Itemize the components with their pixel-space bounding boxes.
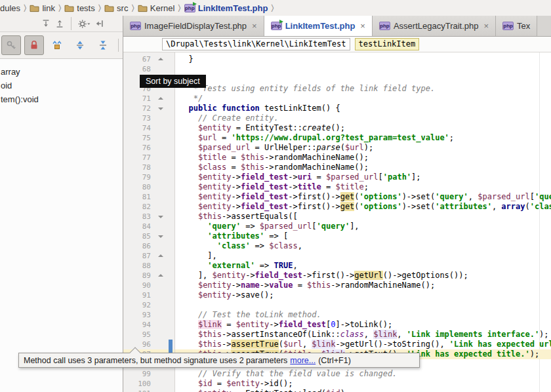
breadcrumb-method[interactable]: testLinkItem — [355, 38, 420, 50]
code-line[interactable]: 100 $id = $entity->id(); — [123, 379, 551, 389]
breadcrumb-item-link[interactable]: link — [30, 3, 55, 13]
code-text[interactable]: $this->assertInstanceOf(Link::class, $li… — [174, 330, 551, 340]
structure-item[interactable]: tem():void — [0, 92, 123, 106]
code-line[interactable]: 71 */ — [123, 94, 551, 104]
code-text[interactable]: $link = $entity->field_test[0]->toLink()… — [174, 320, 551, 330]
code-line[interactable]: 84 'query' => $parsed_url['query'], — [123, 222, 551, 231]
code-line[interactable]: 78 $class = $this->randomMachineName(); — [123, 163, 551, 172]
fold-marker-icon[interactable] — [155, 212, 167, 222]
structure-item[interactable]: oid — [0, 79, 123, 92]
code-text[interactable]: $this->assertEquals([ — [174, 212, 551, 222]
code-line[interactable]: 94 $link = $entity->field_test[0]->toLin… — [123, 320, 551, 330]
breadcrumb-item-LinkItemTest.php[interactable]: phpLinkItemTest.php — [184, 3, 268, 13]
tab-close-icon[interactable]: × — [484, 21, 489, 31]
code-text[interactable]: */ — [174, 94, 551, 104]
breadcrumb-item-src[interactable]: src — [104, 3, 128, 13]
key-icon-button[interactable] — [1, 35, 21, 55]
code-text[interactable]: public function testLinkItem() { — [174, 104, 551, 113]
code-text[interactable]: $this->assertTrue($url, $link->getUrl()-… — [174, 340, 551, 349]
code-text[interactable]: $title = $this->randomMachineName(); — [174, 153, 551, 163]
code-text[interactable]: // Create entity. — [174, 113, 551, 123]
tab-LinkItemTest.php[interactable]: phpLinkItemTest.php× — [264, 16, 373, 36]
code-text[interactable]: } — [174, 54, 551, 64]
code-text[interactable]: $entity = EntityTest::load($id); — [174, 389, 551, 392]
code-line[interactable]: 93 // Test the toLink method. — [123, 310, 551, 320]
code-line[interactable]: 99 // Verify that the field value is cha… — [123, 369, 551, 379]
fold-marker-icon[interactable] — [155, 104, 167, 113]
code-text[interactable]: $entity->name->value = $this->randomMach… — [174, 281, 551, 290]
code-text[interactable]: 'attributes' => [ — [174, 231, 551, 241]
code-line[interactable]: 88 'external' => TRUE, — [123, 261, 551, 271]
code-line[interactable]: 81 $entity->field_test->first()->get('op… — [123, 192, 551, 202]
tab-AssertLegacyTrait.php[interactable]: phpAssertLegacyTrait.php× — [373, 16, 496, 36]
code-text[interactable]: 'external' => TRUE, — [174, 261, 551, 271]
tab-close-icon[interactable]: × — [360, 21, 365, 31]
code-text[interactable]: ], — [174, 251, 551, 261]
code-text[interactable]: * Tests using entity fields of the link … — [174, 84, 551, 94]
breadcrumb-namespace[interactable]: \Drupal\Tests\link\Kernel\LinkItemTest — [162, 38, 350, 50]
code-text[interactable]: // Verify that the field value is change… — [174, 369, 551, 379]
code-editor[interactable]: 67 }6869 /**70 * Tests using entity fiel… — [123, 52, 551, 392]
sort-by-subject-icon-button[interactable] — [47, 35, 67, 55]
code-text[interactable]: $entity = EntityTest::create(); — [174, 123, 551, 133]
code-text[interactable] — [174, 300, 551, 310]
breadcrumb-item-tests[interactable]: tests — [64, 3, 94, 13]
code-line[interactable]: 92 — [123, 300, 551, 310]
code-text[interactable] — [174, 64, 551, 74]
code-text[interactable]: $id = $entity->id(); — [174, 379, 551, 389]
code-line[interactable]: 73 // Create entity. — [123, 113, 551, 123]
code-line[interactable]: 101 $entity = EntityTest::load($id); — [123, 389, 551, 392]
code-line[interactable]: 77 $title = $this->randomMachineName(); — [123, 153, 551, 163]
code-text[interactable]: $entity->field_test->title = $title; — [174, 182, 551, 192]
expand-all-icon[interactable] — [41, 19, 51, 28]
code-line[interactable]: 67 } — [123, 54, 551, 64]
code-text[interactable]: /** — [174, 74, 551, 84]
tab-Tex[interactable]: phpTex — [496, 16, 537, 36]
tab-close-icon[interactable]: × — [252, 21, 257, 31]
expand-nodes-icon-button[interactable] — [70, 35, 90, 55]
fold-marker-icon[interactable] — [155, 54, 167, 64]
code-text[interactable]: $parsed_url = UrlHelper::parse($url); — [174, 143, 551, 153]
code-line[interactable]: 95 $this->assertInstanceOf(Link::class, … — [123, 330, 551, 340]
code-line[interactable]: 85 'attributes' => [ — [123, 231, 551, 241]
code-text[interactable]: $class = $this->randomMachineName(); — [174, 163, 551, 172]
code-line[interactable]: 79 $entity->field_test->uri = $parsed_ur… — [123, 172, 551, 182]
code-text[interactable]: $entity->field_test->first()->get('optio… — [174, 192, 551, 202]
breadcrumb-item-Kernel[interactable]: Kernel — [138, 3, 175, 13]
code-line[interactable]: 82 $entity->field_test->first()->get('op… — [123, 202, 551, 212]
code-line[interactable]: 74 $entity = EntityTest::create(); — [123, 123, 551, 133]
warning-more-link[interactable]: more... — [290, 356, 316, 365]
hide-panel-icon[interactable] — [95, 19, 104, 28]
code-line[interactable]: 87 ], — [123, 251, 551, 261]
code-text[interactable]: ], $entity->field_test->first()->getUrl(… — [174, 271, 551, 281]
code-line[interactable]: 96 $this->assertTrue($url, $link->getUrl… — [123, 340, 551, 349]
collapse-all-icon[interactable] — [55, 19, 64, 28]
code-line[interactable]: 72 public function testLinkItem() { — [123, 104, 551, 113]
code-text[interactable]: $entity->field_test->uri = $parsed_url['… — [174, 172, 551, 182]
code-line[interactable]: 80 $entity->field_test->title = $title; — [123, 182, 551, 192]
lock-icon-button[interactable] — [24, 35, 44, 55]
gear-icon[interactable] — [78, 19, 91, 29]
code-line[interactable]: 76 $parsed_url = UrlHelper::parse($url); — [123, 143, 551, 153]
fold-marker-icon[interactable] — [155, 271, 167, 281]
code-line[interactable]: 83 $this->assertEquals([ — [123, 212, 551, 222]
code-line[interactable]: 90 $entity->name->value = $this->randomM… — [123, 281, 551, 290]
tab-ImageFieldDisplayTest.php[interactable]: phpImageFieldDisplayTest.php× — [123, 16, 264, 36]
code-text[interactable]: // Test the toLink method. — [174, 310, 551, 320]
code-text[interactable]: $entity->field_test->first()->get('optio… — [174, 202, 551, 212]
code-line[interactable]: 86 'class' => $class, — [123, 241, 551, 251]
structure-item[interactable]: array — [0, 65, 123, 79]
code-text[interactable]: 'query' => $parsed_url['query'], — [174, 222, 551, 231]
code-text[interactable]: $url = 'https://www.drupal.org?test_para… — [174, 133, 551, 143]
code-line[interactable]: 89 ], $entity->field_test->first()->getU… — [123, 271, 551, 281]
breadcrumb-item-dules[interactable]: dules — [0, 3, 20, 13]
fold-marker-icon[interactable] — [155, 94, 167, 104]
fold-marker-icon[interactable] — [155, 231, 167, 241]
code-line[interactable]: 75 $url = 'https://www.drupal.org?test_p… — [123, 133, 551, 143]
code-line[interactable]: 68 — [123, 64, 551, 74]
code-text[interactable]: $entity->save(); — [174, 290, 551, 300]
collapse-nodes-icon-button[interactable] — [93, 35, 113, 55]
code-line[interactable]: 91 $entity->save(); — [123, 290, 551, 300]
fold-marker-icon[interactable] — [155, 251, 167, 261]
code-text[interactable]: 'class' => $class, — [174, 241, 551, 251]
